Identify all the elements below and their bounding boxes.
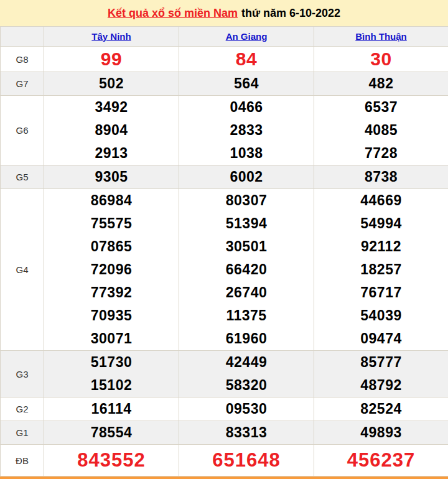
prize-values-cell: 8577748792 [314,351,448,398]
prize-values-cell: 502 [44,72,179,96]
prize-number: 8738 [314,165,448,188]
prize-number: 9305 [44,165,179,188]
prize-number: 54039 [314,304,448,327]
column-header-row: Tây Ninh An Giang Bình Thuận [1,27,448,47]
prize-number: 77392 [44,281,179,304]
prize-number: 456237 [314,445,448,476]
prize-number: 30071 [44,327,179,350]
prize-number: 0466 [179,96,314,119]
prize-values-cell: 651648 [179,445,314,477]
prize-number: 78554 [44,421,179,444]
prize-values-cell: 83313 [179,421,314,445]
prize-values-cell: 80307513943050166420267401137561960 [179,189,314,351]
prize-values-cell: 16114 [44,398,179,421]
prize-label: G7 [1,72,44,96]
prize-values-cell: 5173015102 [44,351,179,398]
prize-number: 70935 [44,304,179,327]
prize-number: 86984 [44,189,179,212]
prize-row-g3: G3517301510242449583208577748792 [1,351,448,398]
prize-values-cell: 653740857728 [314,96,448,165]
prize-number: 99 [44,47,179,72]
column-header-an-giang: An Giang [179,27,314,47]
prize-number: 11375 [179,304,314,327]
prize-row-g5: G5930560028738 [1,165,448,189]
prize-row-g1: G1785548331349893 [1,421,448,445]
prize-number: 85777 [314,351,448,374]
prize-values-cell: 86984755750786572096773927093530071 [44,189,179,351]
column-link-binh-thuan[interactable]: Bình Thuận [355,31,407,42]
prize-number: 83313 [179,421,314,444]
prize-number: 75575 [44,212,179,235]
prize-number: 51730 [44,351,179,374]
prize-number: 843552 [44,445,179,476]
prize-row-g8: G8998430 [1,47,448,72]
prize-values-cell: 09530 [179,398,314,421]
prize-number: 482 [314,72,448,95]
prize-label: G6 [1,96,44,165]
prize-values-cell: 843552 [44,445,179,477]
prize-number: 8904 [44,119,179,142]
prize-number: 82524 [314,398,448,421]
prize-number: 30501 [179,235,314,258]
prize-number: 2913 [44,142,179,165]
prize-number: 30 [314,47,448,72]
title-date: thứ năm 6-10-2022 [241,7,340,20]
prize-values-cell: 82524 [314,398,448,421]
prize-number: 6002 [179,165,314,188]
prize-row-g4: G486984755750786572096773927093530071803… [1,189,448,351]
prize-label: G4 [1,189,44,351]
prize-values-cell: 482 [314,72,448,96]
prize-number: 54994 [314,212,448,235]
prize-values-cell: 6002 [179,165,314,189]
column-header-tay-ninh: Tây Ninh [44,27,179,47]
prize-row-g7: G7502564482 [1,72,448,96]
prize-number: 502 [44,72,179,95]
prize-number: 2833 [179,119,314,142]
prize-values-cell: 9305 [44,165,179,189]
prize-number: 66420 [179,258,314,281]
prize-label: G3 [1,351,44,398]
prize-number: 26740 [179,281,314,304]
prize-number: 09474 [314,327,448,350]
prize-number: 6537 [314,96,448,119]
prize-row-db: ĐB843552651648456237 [1,445,448,477]
prize-number: 09530 [179,398,314,421]
lottery-results-page: Kết quả xổ số miền Nam thứ năm 6-10-2022… [0,0,448,479]
prize-label: G1 [1,421,44,445]
corner-cell [1,27,44,47]
prize-number: 18257 [314,258,448,281]
title-link[interactable]: Kết quả xổ số miền Nam [108,7,238,20]
prize-number: 44669 [314,189,448,212]
prize-number: 15102 [44,374,179,397]
prize-number: 61960 [179,327,314,350]
prize-row-g2: G2161140953082524 [1,398,448,421]
prize-values-cell: 456237 [314,445,448,477]
prize-label: G8 [1,47,44,72]
prize-number: 16114 [44,398,179,421]
prize-number: 72096 [44,258,179,281]
prize-values-cell: 78554 [44,421,179,445]
prize-label: ĐB [1,445,44,477]
prize-values-cell: 49893 [314,421,448,445]
results-table: Tây Ninh An Giang Bình Thuận G8998430G75… [0,26,448,477]
prize-values-cell: 4244958320 [179,351,314,398]
footer-accent-bar [0,477,448,479]
prize-number: 76717 [314,281,448,304]
column-link-an-giang[interactable]: An Giang [226,31,268,42]
prize-number: 4085 [314,119,448,142]
prize-values-cell: 046628331038 [179,96,314,165]
prize-number: 84 [179,47,314,72]
prize-number: 51394 [179,212,314,235]
prize-number: 3492 [44,96,179,119]
prize-number: 564 [179,72,314,95]
column-link-tay-ninh[interactable]: Tây Ninh [91,31,131,42]
prize-values-cell: 8738 [314,165,448,189]
prize-number: 92112 [314,235,448,258]
prize-number: 80307 [179,189,314,212]
prize-label: G5 [1,165,44,189]
prize-number: 42449 [179,351,314,374]
prize-values-cell: 99 [44,47,179,72]
prize-values-cell: 84 [179,47,314,72]
prize-number: 07865 [44,235,179,258]
prize-number: 58320 [179,374,314,397]
